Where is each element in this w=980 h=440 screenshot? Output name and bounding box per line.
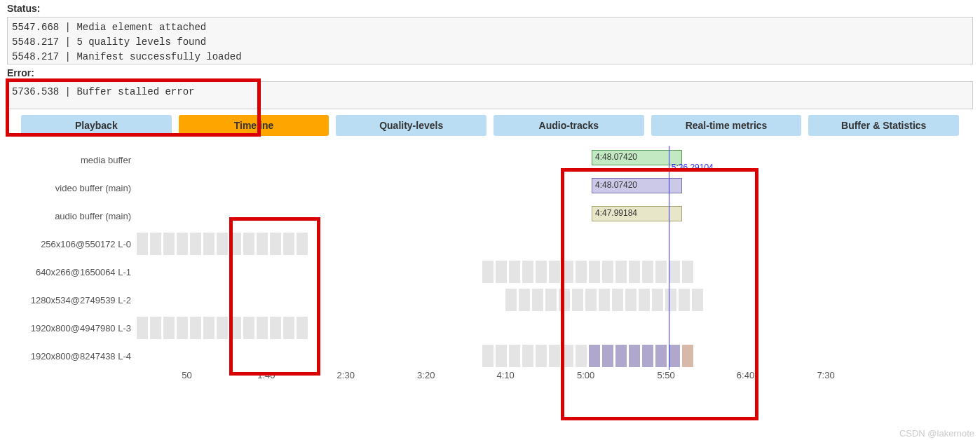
segment — [137, 317, 148, 339]
segment — [203, 233, 215, 255]
timeline-row-track[interactable] — [137, 258, 973, 286]
segment-strip — [505, 289, 703, 311]
segment — [163, 233, 175, 255]
timeline-row-label: 1280x534@2749539 L-2 — [7, 295, 137, 305]
x-tick: 6:40 — [737, 370, 754, 380]
timeline-row: audio buffer (main)4:47.99184 — [7, 202, 973, 230]
segment — [522, 261, 533, 283]
segment — [599, 289, 610, 311]
tab-real-time-metrics[interactable]: Real-time metrics — [651, 115, 802, 136]
tab-audio-tracks[interactable]: Audio-tracks — [494, 115, 644, 136]
segment — [270, 317, 281, 339]
segment-strip — [482, 261, 693, 283]
x-tick: 7:30 — [817, 370, 834, 380]
segment — [536, 345, 547, 367]
error-log[interactable]: 5736.538 | Buffer stalled error — [7, 81, 973, 109]
segment — [669, 261, 680, 283]
tab-playback[interactable]: Playback — [21, 115, 172, 136]
status-log[interactable]: 5547.668 | Media element attached5548.21… — [7, 17, 973, 64]
timeline-row-track[interactable] — [137, 286, 973, 314]
segment — [270, 233, 281, 255]
timeline-row-label: video buffer (main) — [7, 183, 137, 193]
segment — [217, 233, 228, 255]
segment — [203, 317, 215, 339]
x-tick: 5:50 — [658, 370, 675, 380]
segment — [612, 289, 623, 311]
timeline-row: 1280x534@2749539 L-2 — [7, 286, 973, 314]
timeline-row-track[interactable]: 4:47.99184 — [137, 202, 973, 230]
segment — [536, 261, 547, 283]
timeline-row: 640x266@1650064 L-1 — [7, 258, 973, 286]
segment — [177, 233, 188, 255]
timeline-row-track[interactable] — [137, 230, 973, 258]
segment — [482, 345, 494, 367]
segment-strip — [137, 233, 308, 255]
segment — [629, 261, 640, 283]
timeline-row: video buffer (main)4:48.07420 — [7, 174, 973, 202]
segment — [243, 317, 254, 339]
x-axis: 501:402:303:204:105:005:506:407:30 — [137, 370, 973, 391]
segment — [642, 261, 653, 283]
segment — [652, 289, 663, 311]
timeline-row-track[interactable]: 4:48.07420 — [137, 174, 973, 202]
timeline-row-label: 256x106@550172 L-0 — [7, 239, 137, 249]
segment — [297, 233, 308, 255]
timeline-row-track[interactable]: 4:48.07420 — [137, 146, 973, 174]
segment — [625, 289, 637, 311]
x-tick: 2:30 — [337, 370, 355, 380]
segment — [177, 317, 188, 339]
segment — [496, 345, 507, 367]
playhead-label: 5:36.29104 — [672, 163, 714, 172]
segment — [669, 345, 680, 367]
status-line: 5548.217 | Manifest successfully loaded — [12, 50, 968, 64]
segment — [163, 317, 175, 339]
segment — [692, 289, 703, 311]
segment — [150, 233, 161, 255]
tab-bar: PlaybackTimelineQuality-levelsAudio-trac… — [7, 115, 973, 136]
timeline-row-label: audio buffer (main) — [7, 211, 137, 221]
segment — [505, 289, 517, 311]
timeline-row: media buffer4:48.07420 — [7, 146, 973, 174]
segment — [549, 261, 560, 283]
error-line: 5736.538 | Buffer stalled error — [12, 85, 968, 99]
timeline-row-label: 640x266@1650064 L-1 — [7, 267, 137, 277]
segment — [137, 233, 148, 255]
segment-strip — [482, 345, 693, 367]
segment — [509, 261, 520, 283]
timeline-row-track[interactable] — [137, 342, 973, 370]
segment — [522, 345, 533, 367]
segment — [682, 261, 693, 283]
segment — [655, 261, 667, 283]
segment — [602, 261, 613, 283]
timeline-row: 256x106@550172 L-0 — [7, 230, 973, 258]
tab-buffer-statistics[interactable]: Buffer & Statistics — [808, 115, 959, 136]
x-tick: 50 — [182, 370, 191, 380]
x-tick: 4:10 — [496, 370, 514, 380]
segment — [576, 345, 587, 367]
playhead[interactable] — [669, 146, 669, 370]
segment — [549, 345, 560, 367]
tab-timeline[interactable]: Timeline — [179, 115, 329, 136]
segment — [559, 289, 570, 311]
segment — [585, 289, 597, 311]
segment — [615, 345, 627, 367]
segment — [562, 345, 573, 367]
segment — [190, 233, 201, 255]
segment — [243, 233, 254, 255]
segment — [297, 317, 308, 339]
timeline-row: 1920x800@8247438 L-4 — [7, 342, 973, 370]
segment — [642, 345, 653, 367]
x-tick: 5:00 — [577, 370, 594, 380]
segment — [639, 289, 650, 311]
segment — [572, 289, 583, 311]
tab-quality-levels[interactable]: Quality-levels — [336, 115, 486, 136]
timeline-row-track[interactable] — [137, 314, 973, 342]
segment — [509, 345, 520, 367]
status-label: Status: — [7, 3, 973, 14]
timeline-chart: media buffer4:48.07420video buffer (main… — [7, 146, 973, 398]
segment — [655, 345, 667, 367]
segment — [615, 261, 627, 283]
segment — [217, 317, 228, 339]
timeline-row-label: 1920x800@8247438 L-4 — [7, 351, 137, 362]
segment — [283, 233, 294, 255]
